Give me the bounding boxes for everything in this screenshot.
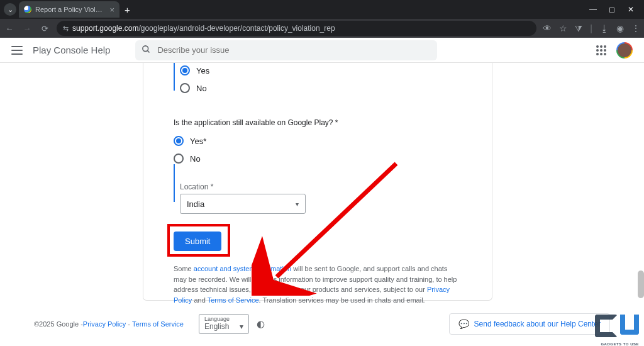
close-window-icon[interactable]: ✕ (626, 5, 635, 14)
location-dropdown[interactable]: India ▾ (180, 194, 306, 214)
location-label: Location * (180, 182, 462, 191)
accent-bar (174, 63, 175, 91)
new-tab-button[interactable]: + (125, 4, 130, 15)
eye-off-icon[interactable]: 👁 (543, 23, 552, 33)
dropdown-value: India (187, 199, 204, 209)
page-header: Play Console Help (0, 38, 644, 63)
reload-button[interactable]: ⟳ (39, 24, 50, 33)
chevron-down-icon: ▾ (240, 322, 243, 331)
forward-button[interactable]: → (21, 24, 33, 33)
form-card: Yes No Is the application still availabl… (143, 63, 492, 301)
radio-no[interactable]: No (180, 81, 462, 96)
bookmark-icon[interactable]: ☆ (559, 23, 567, 33)
radio-icon (174, 136, 184, 146)
search-box[interactable] (135, 40, 437, 60)
browser-address-bar: ← → ⟳ ⇆ support.google.com/googleplay/an… (0, 19, 644, 38)
disclaimer-text: Some account and system information will… (174, 264, 462, 305)
favicon-icon (24, 6, 31, 13)
window-controls: — ◻ ✕ (589, 5, 640, 14)
radio-icon (180, 65, 190, 75)
radio-no[interactable]: No (174, 151, 462, 166)
radio-icon (174, 153, 184, 164)
minimize-icon[interactable]: — (589, 5, 597, 14)
radio-label: No (190, 154, 201, 164)
profile-icon[interactable]: ◉ (616, 23, 624, 33)
tab-search-button[interactable]: ⌄ (4, 3, 16, 16)
account-avatar[interactable] (616, 42, 633, 59)
language-label: Language (204, 316, 243, 322)
radio-icon (180, 83, 190, 93)
maximize-icon[interactable]: ◻ (608, 5, 616, 14)
scrollbar-thumb[interactable] (638, 271, 644, 298)
google-apps-icon[interactable] (596, 45, 606, 55)
hamburger-menu-icon[interactable] (11, 46, 23, 55)
extensions-icon[interactable]: ⧩ (575, 23, 582, 34)
language-dropdown[interactable]: Language English ▾ (199, 314, 249, 334)
accent-bar (174, 164, 175, 202)
feedback-icon: 💬 (458, 319, 469, 329)
separator: | (590, 23, 592, 33)
page-footer: ©2025 Google - Privacy Policy - Terms of… (0, 302, 644, 346)
browser-menu-icon[interactable]: ⋮ (631, 23, 640, 33)
theme-toggle-icon[interactable]: ◐ (257, 318, 265, 330)
send-feedback-button[interactable]: 💬 Send feedback about our Help Center (449, 313, 610, 335)
svg-point-0 (143, 45, 148, 51)
browser-tab[interactable]: Report a Policy Violation - Play... × (19, 1, 119, 18)
svg-line-1 (148, 50, 150, 52)
close-tab-icon[interactable]: × (109, 5, 114, 14)
radio-yes-required[interactable]: Yes* (174, 133, 462, 148)
language-value: English (204, 322, 229, 331)
radio-label: Yes (196, 66, 209, 75)
search-input[interactable] (157, 45, 431, 55)
question-label: Is the application still available on Go… (174, 118, 462, 127)
product-title: Play Console Help (33, 45, 110, 55)
radio-label: Yes* (190, 137, 206, 146)
url-bar[interactable]: ⇆ support.google.com/googleplay/android-… (57, 21, 536, 36)
search-icon (142, 45, 151, 56)
tab-title: Report a Policy Violation - Play... (35, 6, 106, 13)
feedback-label: Send feedback about our Help Center (474, 320, 601, 328)
submit-button[interactable]: Submit (174, 232, 221, 251)
chevron-down-icon: ▾ (296, 201, 299, 208)
radio-yes[interactable]: Yes (180, 63, 462, 78)
content-area: Yes No Is the application still availabl… (0, 63, 644, 302)
copyright-text: ©2025 Google - (34, 320, 83, 328)
browser-tab-bar: ⌄ Report a Policy Violation - Play... × … (0, 0, 644, 19)
footer-terms-link[interactable]: Terms of Service (132, 320, 184, 328)
back-button[interactable]: ← (4, 24, 15, 33)
site-info-icon[interactable]: ⇆ (63, 25, 69, 33)
radio-label: No (196, 84, 207, 93)
url-text: support.google.com/googleplay/android-de… (72, 24, 335, 33)
account-info-link[interactable]: account and system information (194, 265, 291, 272)
footer-privacy-link[interactable]: Privacy Policy (83, 320, 126, 328)
download-icon[interactable]: ⭳ (600, 23, 609, 33)
